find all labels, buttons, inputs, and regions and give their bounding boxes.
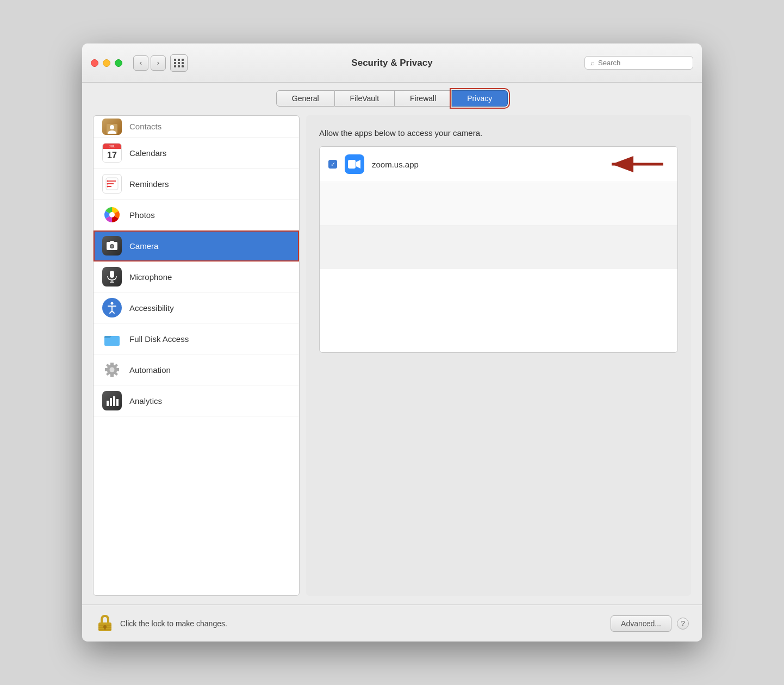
sidebar-item-camera[interactable]: Camera xyxy=(94,231,299,261)
sidebar-item-fulldisk[interactable]: Full Disk Access xyxy=(94,323,299,354)
fulldisk-icon xyxy=(102,329,122,348)
empty-row-1 xyxy=(320,182,677,226)
reminders-icon xyxy=(102,174,122,194)
search-icon: ⌕ xyxy=(590,59,595,67)
minimize-button[interactable] xyxy=(103,59,110,67)
zoom-app-icon xyxy=(345,154,364,174)
fulldisk-label: Full Disk Access xyxy=(129,334,189,344)
svg-point-17 xyxy=(110,368,115,372)
arrow-annotation xyxy=(603,156,669,172)
bottom-bar: Click the lock to make changes. Advanced… xyxy=(82,605,702,642)
microphone-icon xyxy=(102,267,122,287)
check-icon: ✓ xyxy=(331,161,335,167)
advanced-button[interactable]: Advanced... xyxy=(611,615,671,632)
photos-label: Photos xyxy=(129,210,155,220)
panel-description: Allow the apps below to access your came… xyxy=(319,128,678,138)
back-button[interactable]: ‹ xyxy=(133,55,148,71)
svg-rect-22 xyxy=(348,160,356,169)
bottom-right: Advanced... ? xyxy=(611,615,689,632)
search-input[interactable] xyxy=(598,59,687,67)
traffic-lights xyxy=(91,59,122,67)
sidebar-item-reminders[interactable]: Reminders xyxy=(94,169,299,200)
sidebar-item-accessibility[interactable]: Accessibility xyxy=(94,292,299,323)
accessibility-label: Accessibility xyxy=(129,303,174,313)
svg-point-6 xyxy=(107,180,109,182)
tab-filevault[interactable]: FileVault xyxy=(335,90,395,107)
grid-dots-icon xyxy=(174,59,184,67)
calendar-month: JUL xyxy=(103,144,121,149)
svg-rect-21 xyxy=(116,399,119,406)
contacts-icon xyxy=(102,119,122,135)
main-window: ‹ › Security & Privacy ⌕ General FileVau… xyxy=(82,43,702,642)
zoom-checkbox[interactable]: ✓ xyxy=(328,160,337,169)
empty-row-2 xyxy=(320,226,677,269)
analytics-label: Analytics xyxy=(129,396,162,406)
svg-rect-19 xyxy=(110,398,112,406)
svg-point-8 xyxy=(107,186,109,188)
tab-privacy[interactable]: Privacy xyxy=(452,90,508,107)
camera-icon xyxy=(102,236,122,256)
search-bar[interactable]: ⌕ xyxy=(584,56,693,70)
lock-icon[interactable] xyxy=(95,614,115,633)
sidebar-item-automation[interactable]: Automation xyxy=(94,354,299,385)
svg-rect-13 xyxy=(110,271,114,278)
arrow-icon xyxy=(603,156,669,172)
grid-view-button[interactable] xyxy=(170,54,188,72)
sidebar-item-analytics[interactable]: Analytics xyxy=(94,385,299,416)
tabs-bar: General FileVault Firewall Privacy xyxy=(82,83,702,107)
sidebar-item-microphone[interactable]: Microphone xyxy=(94,261,299,292)
maximize-button[interactable] xyxy=(115,59,122,67)
svg-rect-20 xyxy=(113,396,115,406)
svg-point-1 xyxy=(110,125,114,129)
calendars-label: Calendars xyxy=(129,148,166,158)
svg-rect-18 xyxy=(107,401,109,406)
sidebar-item-calendars[interactable]: JUL 17 Calendars xyxy=(94,138,299,169)
analytics-icon xyxy=(102,391,122,410)
svg-point-10 xyxy=(109,212,115,217)
accessibility-icon xyxy=(102,298,122,317)
calendars-icon: JUL 17 xyxy=(102,143,122,163)
svg-point-16 xyxy=(111,302,114,305)
help-button[interactable]: ? xyxy=(677,618,689,630)
sidebar-item-photos[interactable]: Photos xyxy=(94,200,299,231)
camera-label: Camera xyxy=(129,241,158,251)
lock-svg xyxy=(97,615,113,632)
right-panel: Allow the apps below to access your came… xyxy=(306,115,691,596)
microphone-label: Microphone xyxy=(129,272,172,282)
app-row-zoom: ✓ zoom.us.app xyxy=(320,147,677,182)
zoom-app-name: zoom.us.app xyxy=(372,160,596,169)
lock-text: Click the lock to make changes. xyxy=(120,619,227,628)
sidebar-item-contacts[interactable]: Contacts xyxy=(94,116,299,138)
automation-icon xyxy=(102,360,122,379)
automation-label: Automation xyxy=(129,365,171,375)
forward-button[interactable]: › xyxy=(151,55,166,71)
nav-buttons: ‹ › xyxy=(133,55,166,71)
tab-general[interactable]: General xyxy=(276,90,335,107)
calendar-day: 17 xyxy=(103,149,121,162)
reminders-label: Reminders xyxy=(129,179,169,189)
sidebar: Contacts JUL 17 Calendars xyxy=(93,115,300,596)
svg-point-12 xyxy=(111,245,114,248)
window-title: Security & Privacy xyxy=(351,58,432,68)
svg-point-7 xyxy=(107,183,109,185)
close-button[interactable] xyxy=(91,59,98,67)
apps-list: ✓ zoom.us.app xyxy=(319,146,678,353)
contacts-label: Contacts xyxy=(129,122,161,131)
main-content: Contacts JUL 17 Calendars xyxy=(82,107,702,605)
photos-icon xyxy=(102,205,122,225)
titlebar: ‹ › Security & Privacy ⌕ xyxy=(82,43,702,83)
tab-firewall[interactable]: Firewall xyxy=(395,90,452,107)
